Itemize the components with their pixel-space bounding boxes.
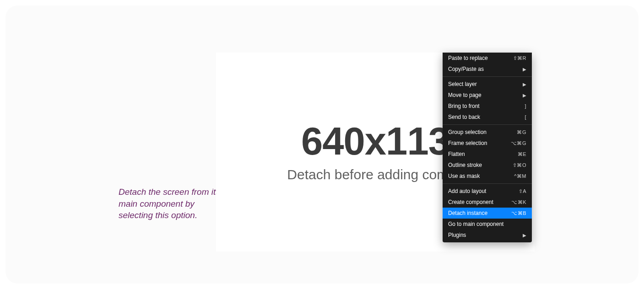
menu-item-shortcut: ⌥⌘K [511,199,526,205]
menu-item-label: Add auto layout [448,188,519,194]
annotation-text: Detach the screen from its main componen… [119,186,228,221]
menu-item-move-to-page[interactable]: Move to page▶ [443,90,532,101]
menu-item-label: Send to back [448,114,525,120]
menu-item-label: Bring to front [448,103,525,109]
menu-item-add-auto-layout[interactable]: Add auto layout⇧A [443,186,532,197]
menu-separator [443,183,532,184]
menu-separator [443,76,532,77]
menu-item-create-component[interactable]: Create component⌥⌘K [443,197,532,208]
menu-item-label: Flatten [448,151,518,157]
menu-item-label: Move to page [448,92,523,98]
menu-item-shortcut: ] [525,103,526,109]
menu-separator [443,124,532,125]
submenu-arrow-icon: ▶ [523,233,526,238]
menu-item-label: Outline stroke [448,162,513,168]
menu-item-shortcut: [ [525,114,526,120]
menu-item-shortcut: ⌥⌘B [511,210,526,216]
menu-item-label: Group selection [448,129,517,135]
menu-item-shortcut: ⇧A [519,188,526,194]
menu-item-select-layer[interactable]: Select layer▶ [443,79,532,90]
menu-item-go-to-main-component[interactable]: Go to main component [443,219,532,230]
submenu-arrow-icon: ▶ [523,93,526,98]
submenu-arrow-icon: ▶ [523,82,526,87]
menu-item-plugins[interactable]: Plugins▶ [443,230,532,241]
menu-item-use-as-mask[interactable]: Use as mask^⌘M [443,171,532,182]
menu-item-label: Create component [448,199,511,205]
menu-item-label: Copy/Paste as [448,66,523,72]
menu-item-label: Go to main component [448,221,526,227]
menu-item-shortcut: ⇧⌘O [513,162,526,168]
menu-item-label: Detach instance [448,210,511,216]
menu-item-detach-instance[interactable]: Detach instance⌥⌘B [443,208,532,219]
menu-item-label: Paste to replace [448,55,513,61]
menu-item-send-to-back[interactable]: Send to back[ [443,112,532,123]
menu-item-frame-selection[interactable]: Frame selection⌥⌘G [443,138,532,149]
menu-item-shortcut: ⌘E [518,151,526,157]
menu-item-label: Plugins [448,232,523,238]
documentation-card: Detach the screen from its main componen… [5,5,639,284]
menu-item-label: Frame selection [448,140,511,146]
menu-item-shortcut: ⇧⌘R [513,55,526,61]
menu-item-copy-paste-as[interactable]: Copy/Paste as▶ [443,64,532,75]
menu-item-shortcut: ^⌘M [514,173,526,179]
menu-item-label: Use as mask [448,173,514,179]
menu-item-paste-to-replace[interactable]: Paste to replace⇧⌘R [443,53,532,64]
menu-item-bring-to-front[interactable]: Bring to front] [443,101,532,112]
submenu-arrow-icon: ▶ [523,67,526,72]
menu-item-label: Select layer [448,81,523,87]
menu-item-outline-stroke[interactable]: Outline stroke⇧⌘O [443,160,532,171]
menu-item-group-selection[interactable]: Group selection⌘G [443,127,532,138]
menu-item-flatten[interactable]: Flatten⌘E [443,149,532,160]
menu-item-shortcut: ⌥⌘G [511,140,526,146]
context-menu: Paste to replace⇧⌘RCopy/Paste as▶Select … [443,53,532,242]
menu-item-shortcut: ⌘G [517,129,526,135]
